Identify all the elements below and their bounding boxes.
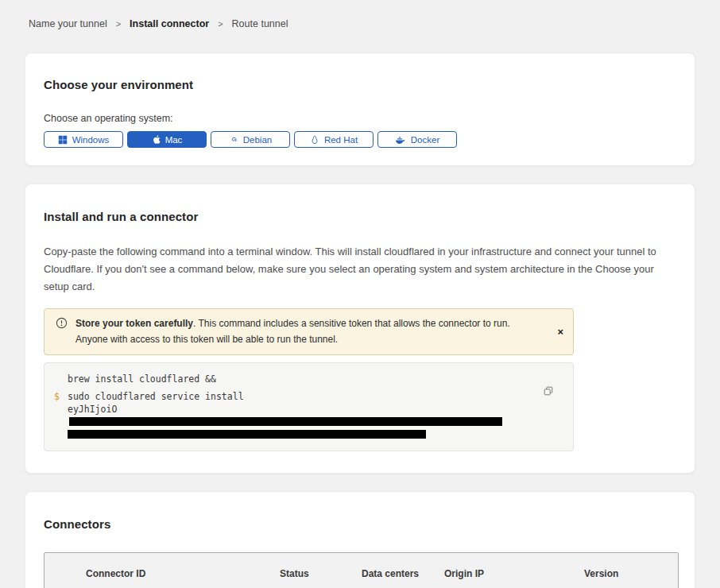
code-line-token-2	[68, 428, 541, 441]
install-command-code-block: brew install cloudflared && $sudo cloudf…	[44, 362, 574, 452]
os-button-mac[interactable]: Mac	[127, 131, 207, 148]
os-button-label: Docker	[411, 135, 439, 145]
apple-icon	[152, 134, 161, 145]
os-button-label: Red Hat	[324, 135, 358, 145]
os-button-group: Windows Mac Debian Red Hat Docker	[44, 131, 676, 148]
code-line-token: eyJhIjoiO	[68, 404, 541, 428]
install-card-title: Install and run a connector	[44, 210, 676, 223]
docker-icon	[395, 135, 406, 145]
header-connector-id: Connector ID	[86, 568, 280, 579]
debian-icon	[229, 135, 238, 145]
breadcrumb-separator: >	[116, 19, 121, 29]
header-data-centers: Data centers	[362, 568, 444, 579]
shell-prompt: $	[54, 391, 60, 404]
table-header-row: Connector ID Status Data centers Origin …	[86, 568, 664, 579]
code-line-sudo: $sudo cloudflared service install	[68, 391, 541, 404]
copy-icon[interactable]	[543, 385, 554, 399]
os-button-redhat[interactable]: Red Hat	[294, 131, 374, 148]
header-status: Status	[280, 568, 362, 579]
breadcrumb: Name your tunnel > Install connector > R…	[0, 0, 720, 29]
close-icon[interactable]: ×	[557, 327, 563, 337]
info-circle-icon	[56, 317, 68, 332]
os-button-docker[interactable]: Docker	[377, 131, 457, 148]
breadcrumb-install-connector[interactable]: Install connector	[130, 18, 209, 29]
warning-text: Store your token carefully. This command…	[75, 316, 557, 346]
os-button-label: Mac	[165, 135, 183, 145]
breadcrumb-route-tunnel[interactable]: Route tunnel	[232, 18, 288, 29]
code-line-sudo-text: sudo cloudflared service install	[68, 391, 244, 402]
connectors-table: Connector ID Status Data centers Origin …	[44, 552, 679, 588]
redhat-icon	[310, 135, 319, 145]
install-card-description: Copy-paste the following command into a …	[44, 243, 676, 295]
install-connector-card: Install and run a connector Copy-paste t…	[25, 184, 695, 474]
choose-environment-card: Choose your environment Choose an operat…	[25, 52, 695, 166]
os-button-label: Debian	[243, 135, 272, 145]
os-button-debian[interactable]: Debian	[211, 131, 290, 148]
redacted-token-bar	[68, 430, 426, 439]
breadcrumb-separator: >	[218, 19, 223, 29]
connectors-card: Connectors Connector ID Status Data cent…	[25, 491, 695, 588]
operating-system-label: Choose an operating system:	[44, 113, 676, 124]
windows-icon	[58, 135, 68, 145]
connectors-card-title: Connectors	[44, 517, 676, 531]
token-warning-banner: Store your token carefully. This command…	[44, 308, 574, 354]
token-prefix: eyJhIjoiO	[68, 404, 117, 415]
header-origin-ip: Origin IP	[444, 568, 584, 579]
os-button-windows[interactable]: Windows	[44, 131, 123, 148]
warning-bold-text: Store your token carefully	[75, 318, 193, 329]
os-button-label: Windows	[72, 135, 110, 145]
redacted-token-bar	[69, 417, 502, 426]
environment-card-title: Choose your environment	[44, 78, 676, 91]
breadcrumb-name-your-tunnel[interactable]: Name your tunnel	[29, 18, 107, 29]
header-version: Version	[584, 568, 664, 579]
code-line-brew: brew install cloudflared &&	[68, 373, 541, 386]
